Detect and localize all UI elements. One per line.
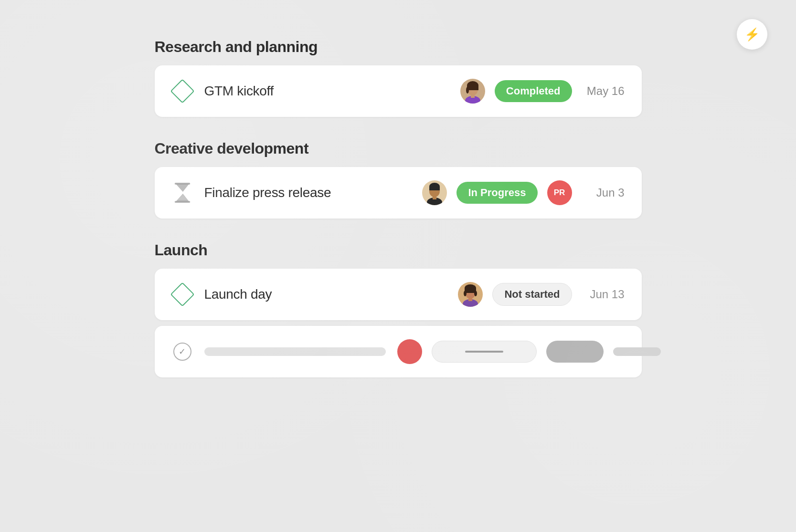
task-right-launch-day: Not started Jun 13: [458, 282, 624, 307]
svg-point-19: [464, 291, 467, 296]
task-name-press-release: Finalize press release: [204, 185, 411, 200]
date-gtm: May 16: [582, 84, 625, 98]
task-card-press-release[interactable]: Finalize press release: [155, 167, 642, 219]
section-title-research: Research and planning: [155, 38, 642, 56]
task-right-gtm: Completed May 16: [460, 79, 625, 104]
task-icon-check: ✓: [172, 341, 193, 362]
avatar-woman-2: [458, 282, 483, 307]
task-card-launch-day[interactable]: Launch day: [155, 269, 642, 320]
svg-point-4: [466, 87, 469, 94]
diamond-shape: [170, 79, 194, 104]
section-creative-development: Creative development Finalize press rele…: [155, 140, 642, 219]
skeleton-badge: [432, 341, 537, 363]
bolt-icon: ⚡: [744, 27, 760, 42]
skeleton-name-area: [204, 347, 386, 356]
task-right-press-release: In Progress PR Jun 3: [422, 180, 624, 205]
date-press-release: Jun 3: [582, 186, 625, 199]
avatar-woman-1: [460, 79, 485, 104]
task-name-launch-day: Launch day: [204, 287, 447, 302]
svg-rect-6: [471, 94, 475, 98]
checkmark-icon: ✓: [179, 346, 186, 357]
skeleton-name-bar: [204, 347, 386, 356]
svg-rect-14: [433, 196, 436, 199]
pr-badge[interactable]: PR: [547, 180, 572, 205]
bolt-button[interactable]: ⚡: [737, 19, 767, 50]
task-icon-hourglass: [172, 182, 193, 203]
section-launch: Launch Launch day: [155, 241, 642, 377]
status-badge-in-progress[interactable]: In Progress: [456, 182, 537, 204]
skeleton-date-line: [613, 347, 661, 356]
task-icon-diamond: [172, 81, 193, 102]
svg-rect-8: [174, 201, 190, 203]
skeleton-avatar-dot: [397, 339, 422, 364]
date-launch-day: Jun 13: [582, 288, 625, 301]
svg-rect-7: [174, 183, 190, 185]
task-name-gtm: GTM kickoff: [204, 83, 449, 99]
task-right-skeleton: [397, 339, 661, 364]
check-circle-icon: ✓: [173, 343, 191, 361]
svg-point-20: [474, 291, 477, 296]
main-container: Research and planning GTM kickoff: [88, 0, 709, 438]
task-icon-diamond-launch: [172, 284, 193, 305]
section-title-creative: Creative development: [155, 140, 642, 157]
task-card-gtm-kickoff[interactable]: GTM kickoff: [155, 65, 642, 117]
svg-rect-12: [429, 187, 440, 190]
skeleton-pill: [546, 341, 604, 363]
section-research-planning: Research and planning GTM kickoff: [155, 38, 642, 117]
status-badge-completed[interactable]: Completed: [495, 80, 572, 102]
diamond-shape-launch: [170, 282, 194, 307]
status-badge-not-started[interactable]: Not started: [492, 283, 572, 306]
avatar-man-1: [422, 180, 447, 205]
svg-rect-22: [468, 297, 472, 301]
skeleton-dash-line: [465, 351, 503, 353]
task-card-skeleton: ✓: [155, 326, 642, 377]
hourglass-shape: [173, 183, 191, 203]
section-title-launch: Launch: [155, 241, 642, 259]
